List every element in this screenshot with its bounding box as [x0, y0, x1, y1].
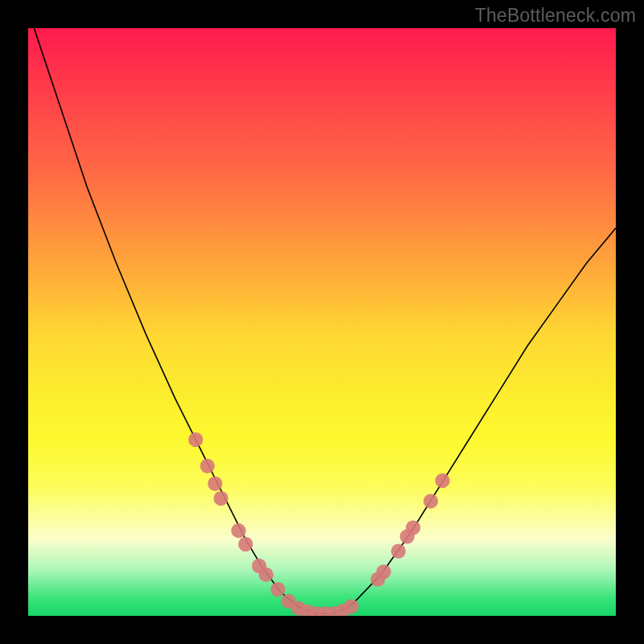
data-point	[436, 473, 450, 488]
data-point	[406, 520, 420, 535]
data-point	[259, 568, 274, 582]
data-point	[423, 494, 438, 509]
data-point	[391, 544, 406, 559]
data-point	[188, 432, 203, 447]
data-point	[200, 459, 215, 473]
watermark-text: TheBottleneck.com	[475, 5, 636, 27]
data-point	[377, 564, 391, 579]
chart-svg-layer	[28, 28, 616, 616]
bottleneck-curve	[28, 28, 616, 613]
data-point	[213, 491, 228, 506]
highlighted-points	[188, 432, 450, 616]
chart-frame: TheBottleneck.com	[0, 0, 644, 644]
data-point	[270, 582, 285, 597]
data-point	[238, 537, 253, 551]
data-point	[208, 477, 222, 491]
data-point	[231, 523, 246, 538]
data-point	[344, 599, 358, 613]
